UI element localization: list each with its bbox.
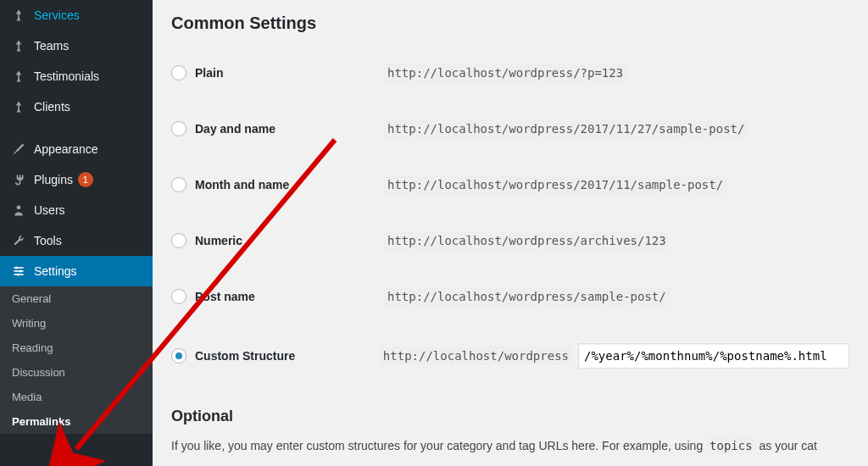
plug-icon <box>10 171 27 188</box>
sidebar-item-appearance[interactable]: Appearance <box>0 134 153 164</box>
option-label[interactable]: Plain <box>195 66 223 80</box>
sidebar-item-label: Users <box>34 203 65 217</box>
option-row-month-name: Month and name http://localhost/wordpres… <box>171 157 849 213</box>
sidebar-item-label: Teams <box>34 39 69 53</box>
option-row-numeric: Numeric http://localhost/wordpress/archi… <box>171 213 849 269</box>
code-topics: topics <box>706 438 756 453</box>
sidebar-item-testimonials[interactable]: Testimonials <box>0 61 153 92</box>
url-example: http://localhost/wordpress/?p=123 <box>383 64 627 82</box>
pin-icon <box>10 68 27 85</box>
optional-heading: Optional <box>171 408 849 425</box>
section-heading: Common Settings <box>171 14 849 33</box>
sidebar-item-label: Tools <box>34 234 62 247</box>
url-prefix: http://localhost/wordpress <box>379 347 573 365</box>
svg-point-4 <box>15 266 18 269</box>
radio-month-name[interactable] <box>171 177 186 192</box>
sidebar-item-teams[interactable]: Teams <box>0 31 153 61</box>
radio-custom[interactable] <box>171 348 186 363</box>
option-row-post-name: Post name http://localhost/wordpress/sam… <box>171 269 849 325</box>
svg-point-6 <box>17 273 19 275</box>
url-example: http://localhost/wordpress/2017/11/sampl… <box>383 175 727 194</box>
option-label[interactable]: Post name <box>195 290 255 303</box>
option-row-custom: Custom Structure http://localhost/wordpr… <box>171 325 849 387</box>
sidebar-item-clients[interactable]: Clients <box>0 92 153 122</box>
sidebar-item-users[interactable]: Users <box>0 195 153 225</box>
submenu-discussion[interactable]: Discussion <box>0 360 153 385</box>
sidebar-item-label: Services <box>34 8 80 22</box>
radio-plain[interactable] <box>171 65 186 80</box>
option-label[interactable]: Numeric <box>195 234 242 247</box>
sidebar-item-label: Plugins <box>34 173 73 186</box>
sidebar-item-label: Appearance <box>34 142 98 156</box>
brush-icon <box>10 141 27 158</box>
submenu-general[interactable]: General <box>0 286 153 311</box>
main-content: Common Settings Plain http://localhost/w… <box>153 0 868 466</box>
option-row-plain: Plain http://localhost/wordpress/?p=123 <box>171 45 849 101</box>
submenu-media[interactable]: Media <box>0 385 153 409</box>
option-row-day-name: Day and name http://localhost/wordpress/… <box>171 101 849 157</box>
pin-icon <box>10 37 27 54</box>
submenu-writing[interactable]: Writing <box>0 311 153 336</box>
sliders-icon <box>10 263 27 280</box>
radio-numeric[interactable] <box>171 233 186 248</box>
sidebar-item-label: Clients <box>34 100 70 114</box>
optional-paragraph: If you like, you may enter custom struct… <box>171 437 849 455</box>
sidebar-item-label: Settings <box>34 264 77 278</box>
wrench-icon <box>10 232 27 249</box>
url-example: http://localhost/wordpress/2017/11/27/sa… <box>383 119 748 138</box>
pin-icon <box>10 7 27 24</box>
option-label[interactable]: Day and name <box>195 122 275 136</box>
sidebar-item-label: Testimonials <box>34 69 99 83</box>
svg-point-5 <box>19 269 22 272</box>
submenu-permalinks[interactable]: Permalinks <box>0 409 153 434</box>
custom-structure-input[interactable] <box>578 343 849 369</box>
option-label[interactable]: Month and name <box>195 178 289 191</box>
radio-day-name[interactable] <box>171 121 186 136</box>
sidebar-item-tools[interactable]: Tools <box>0 225 153 256</box>
submenu-reading[interactable]: Reading <box>0 336 153 360</box>
url-example: http://localhost/wordpress/archives/123 <box>383 231 670 250</box>
users-icon <box>10 202 27 219</box>
sidebar-item-settings[interactable]: Settings <box>0 256 153 286</box>
pin-icon <box>10 98 27 115</box>
sidebar-item-plugins[interactable]: Plugins 1 <box>0 164 153 195</box>
radio-post-name[interactable] <box>171 289 186 304</box>
svg-point-0 <box>17 205 21 209</box>
option-label[interactable]: Custom Structure <box>195 349 295 363</box>
url-example: http://localhost/wordpress/sample-post/ <box>383 287 670 306</box>
admin-sidebar: Services Teams Testimonials Clients Appe… <box>0 0 153 466</box>
update-badge: 1 <box>78 172 93 187</box>
sidebar-item-services[interactable]: Services <box>0 0 153 31</box>
